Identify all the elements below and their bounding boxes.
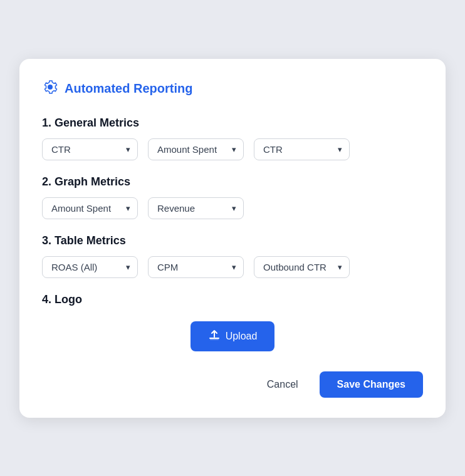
section-title-general-metrics: 1. General Metrics	[42, 116, 423, 130]
section-logo: 4. Logo	[42, 293, 423, 306]
dropdowns-row-graph-metrics: CTRAmount SpentRevenueROAS (All)CPMOutbo…	[42, 197, 423, 219]
dropdowns-row-table-metrics: CTRAmount SpentRevenueROAS (All)CPMOutbo…	[42, 256, 423, 278]
dropdown-wrapper-tm-1: CTRAmount SpentRevenueROAS (All)CPMOutbo…	[42, 256, 138, 278]
dropdown-tm-1[interactable]: CTRAmount SpentRevenueROAS (All)CPMOutbo…	[42, 256, 138, 278]
section-graph-metrics: 2. Graph MetricsCTRAmount SpentRevenueRO…	[42, 175, 423, 219]
reporting-icon	[42, 79, 58, 99]
upload-button[interactable]: Upload	[191, 321, 275, 351]
svg-rect-0	[210, 338, 219, 340]
dropdown-wrapper-gm-2: CTRAmount SpentRevenueROAS (All)CPMOutbo…	[148, 138, 244, 160]
dropdown-gm-1[interactable]: CTRAmount SpentRevenueROAS (All)CPMOutbo…	[42, 138, 138, 160]
dropdown-wrapper-gph-2: CTRAmount SpentRevenueROAS (All)CPMOutbo…	[148, 197, 244, 219]
section-table-metrics: 3. Table MetricsCTRAmount SpentRevenueRO…	[42, 234, 423, 278]
dropdown-wrapper-gm-3: CTRAmount SpentRevenueROAS (All)CPMOutbo…	[254, 138, 350, 160]
dropdown-wrapper-gph-1: CTRAmount SpentRevenueROAS (All)CPMOutbo…	[42, 197, 138, 219]
dropdown-tm-3[interactable]: CTRAmount SpentRevenueROAS (All)CPMOutbo…	[254, 256, 350, 278]
upload-label: Upload	[226, 331, 258, 342]
automated-reporting-modal: Automated Reporting 1. General MetricsCT…	[19, 59, 446, 418]
cancel-button[interactable]: Cancel	[256, 373, 310, 396]
section-general-metrics: 1. General MetricsCTRAmount SpentRevenue…	[42, 116, 423, 160]
upload-icon	[208, 329, 221, 344]
dropdown-wrapper-gm-1: CTRAmount SpentRevenueROAS (All)CPMOutbo…	[42, 138, 138, 160]
section-title-logo: 4. Logo	[42, 293, 423, 306]
dropdown-wrapper-tm-3: CTRAmount SpentRevenueROAS (All)CPMOutbo…	[254, 256, 350, 278]
dropdown-tm-2[interactable]: CTRAmount SpentRevenueROAS (All)CPMOutbo…	[148, 256, 244, 278]
upload-area: Upload	[42, 321, 423, 351]
modal-title: Automated Reporting	[65, 81, 192, 96]
dropdown-gph-2[interactable]: CTRAmount SpentRevenueROAS (All)CPMOutbo…	[148, 197, 244, 219]
section-title-table-metrics: 3. Table Metrics	[42, 234, 423, 247]
dropdown-wrapper-tm-2: CTRAmount SpentRevenueROAS (All)CPMOutbo…	[148, 256, 244, 278]
dropdowns-row-general-metrics: CTRAmount SpentRevenueROAS (All)CPMOutbo…	[42, 138, 423, 160]
dropdown-gm-2[interactable]: CTRAmount SpentRevenueROAS (All)CPMOutbo…	[148, 138, 244, 160]
dropdown-gph-1[interactable]: CTRAmount SpentRevenueROAS (All)CPMOutbo…	[42, 197, 138, 219]
modal-header: Automated Reporting	[42, 79, 423, 99]
modal-footer: Cancel Save Changes	[42, 371, 423, 398]
save-button[interactable]: Save Changes	[320, 371, 423, 398]
dropdown-gm-3[interactable]: CTRAmount SpentRevenueROAS (All)CPMOutbo…	[254, 138, 350, 160]
section-title-graph-metrics: 2. Graph Metrics	[42, 175, 423, 189]
sections-container: 1. General MetricsCTRAmount SpentRevenue…	[42, 116, 423, 306]
